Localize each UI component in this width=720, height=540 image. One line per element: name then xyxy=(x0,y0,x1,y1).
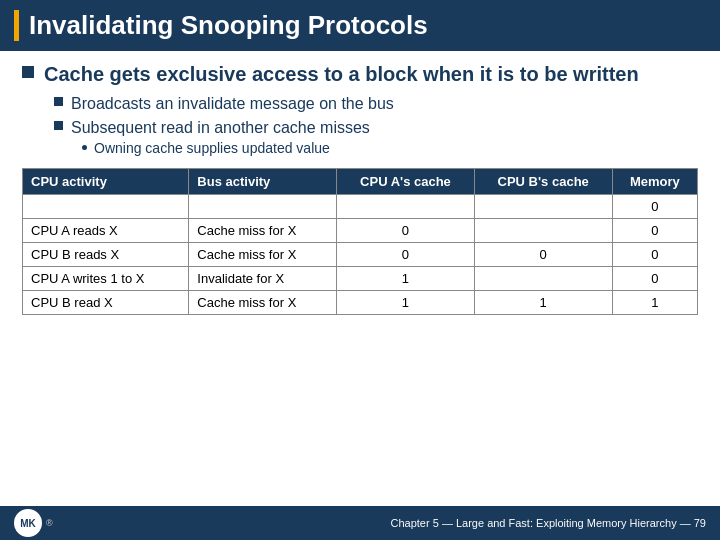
table-header-row: CPU activity Bus activity CPU A's cache … xyxy=(23,169,698,195)
slide-footer: MK ® Chapter 5 — Large and Fast: Exploit… xyxy=(0,506,720,540)
table-cell-r4-c1: Cache miss for X xyxy=(189,291,337,315)
sub-bullets-list: Broadcasts an invalidate message on the … xyxy=(54,93,698,158)
table-cell-r3-c2: 1 xyxy=(337,267,474,291)
table-cell-r1-c4: 0 xyxy=(612,219,697,243)
table-cell-r2-c4: 0 xyxy=(612,243,697,267)
table-cell-r3-c4: 0 xyxy=(612,267,697,291)
table-cell-r4-c4: 1 xyxy=(612,291,697,315)
footer-logo: MK ® xyxy=(14,509,53,537)
table-cell-r0-c0 xyxy=(23,195,189,219)
table-cell-r4-c0: CPU B read X xyxy=(23,291,189,315)
col-header-cpu-a-cache: CPU A's cache xyxy=(337,169,474,195)
sub-sub-bullet-item: Owning cache supplies updated value xyxy=(82,140,698,156)
title-bar: Invalidating Snooping Protocols xyxy=(0,0,720,51)
sub-bullet-text-1: Broadcasts an invalidate message on the … xyxy=(71,93,394,115)
sub-sub-dot-icon xyxy=(82,145,87,150)
table-cell-r3-c1: Invalidate for X xyxy=(189,267,337,291)
title-accent xyxy=(14,10,19,41)
table-cell-r4-c2: 1 xyxy=(337,291,474,315)
table-row: CPU A writes 1 to XInvalidate for X10 xyxy=(23,267,698,291)
table-cell-r1-c2: 0 xyxy=(337,219,474,243)
main-bullet-text: Cache gets exclusive access to a block w… xyxy=(44,61,639,87)
table-cell-r1-c1: Cache miss for X xyxy=(189,219,337,243)
table-row: CPU A reads XCache miss for X00 xyxy=(23,219,698,243)
table-cell-r4-c3: 1 xyxy=(474,291,612,315)
table-cell-r1-c0: CPU A reads X xyxy=(23,219,189,243)
col-header-cpu-b-cache: CPU B's cache xyxy=(474,169,612,195)
table-row: CPU B read XCache miss for X111 xyxy=(23,291,698,315)
sub-bullet-item-2: Subsequent read in another cache misses xyxy=(54,117,698,139)
logo-icon: MK xyxy=(14,509,42,537)
slide: Invalidating Snooping Protocols Cache ge… xyxy=(0,0,720,540)
col-header-cpu-activity: CPU activity xyxy=(23,169,189,195)
slide-title: Invalidating Snooping Protocols xyxy=(29,10,428,41)
table-cell-r2-c3: 0 xyxy=(474,243,612,267)
slide-content: Cache gets exclusive access to a block w… xyxy=(0,51,720,506)
table-row: 0 xyxy=(23,195,698,219)
data-table-wrapper: CPU activity Bus activity CPU A's cache … xyxy=(22,168,698,502)
sub-sub-bullet-text: Owning cache supplies updated value xyxy=(94,140,330,156)
table-cell-r2-c0: CPU B reads X xyxy=(23,243,189,267)
table-cell-r2-c2: 0 xyxy=(337,243,474,267)
sub-bullet-icon-1 xyxy=(54,97,63,106)
col-header-memory: Memory xyxy=(612,169,697,195)
col-header-bus-activity: Bus activity xyxy=(189,169,337,195)
table-row: CPU B reads XCache miss for X000 xyxy=(23,243,698,267)
sub-bullet-text-2: Subsequent read in another cache misses xyxy=(71,117,370,139)
main-bullet-item: Cache gets exclusive access to a block w… xyxy=(22,61,698,87)
logo-trademark: ® xyxy=(46,518,53,528)
table-cell-r0-c4: 0 xyxy=(612,195,697,219)
activity-table: CPU activity Bus activity CPU A's cache … xyxy=(22,168,698,315)
table-cell-r0-c3 xyxy=(474,195,612,219)
footer-chapter-text: Chapter 5 — Large and Fast: Exploiting M… xyxy=(391,517,706,529)
logo-text: MK xyxy=(20,518,36,529)
table-cell-r3-c3 xyxy=(474,267,612,291)
sub-bullet-item-1: Broadcasts an invalidate message on the … xyxy=(54,93,698,115)
table-cell-r0-c2 xyxy=(337,195,474,219)
sub-sub-bullets-list: Owning cache supplies updated value xyxy=(82,140,698,156)
table-cell-r1-c3 xyxy=(474,219,612,243)
sub-bullet-icon-2 xyxy=(54,121,63,130)
bullet-square-icon xyxy=(22,66,34,78)
table-cell-r2-c1: Cache miss for X xyxy=(189,243,337,267)
table-cell-r3-c0: CPU A writes 1 to X xyxy=(23,267,189,291)
table-cell-r0-c1 xyxy=(189,195,337,219)
